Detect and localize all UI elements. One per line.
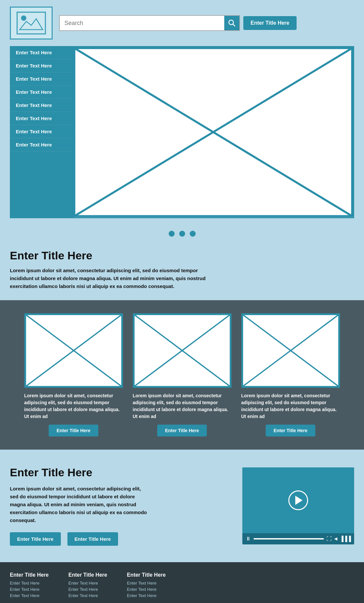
video-button-2[interactable]: Enter Title Here <box>67 532 118 546</box>
logo-icon <box>16 12 46 35</box>
nav-item-1[interactable]: Enter Text Here <box>10 46 72 59</box>
card-3-placeholder <box>242 314 339 387</box>
nav-hero-section: Enter Text Here Enter Text Here Enter Te… <box>0 46 364 225</box>
video-button-1[interactable]: Enter Title Here <box>10 532 61 546</box>
pause-icon[interactable]: ⏸ <box>246 536 251 542</box>
svg-point-2 <box>21 15 26 21</box>
search-input[interactable] <box>60 16 224 30</box>
card-2-button[interactable]: Enter Title Here <box>157 425 207 436</box>
card-1-placeholder <box>25 314 122 387</box>
card-2-image <box>133 313 231 388</box>
nav-item-6[interactable]: Enter Text Here <box>10 112 72 125</box>
footer-col-1-link-1[interactable]: Enter Text Here <box>10 581 49 586</box>
svg-rect-0 <box>17 12 45 34</box>
carousel-dots <box>0 225 364 243</box>
dot-3[interactable] <box>190 231 196 237</box>
video-player: ⏸ ⛶ ◄ ▐▐▐ <box>242 467 354 544</box>
section-intro-body: Lorem ipsum dolor sit amet, consectetur … <box>10 267 207 290</box>
card-2-placeholder <box>133 314 231 387</box>
card-2-text: Lorem ipsum dolor sit amet, consectetur … <box>133 392 231 420</box>
play-button[interactable] <box>288 490 308 510</box>
footer-col-2-link-3[interactable]: Enter Text Here <box>68 593 107 598</box>
card-1: Lorem ipsum dolor sit amet, consectetur … <box>24 313 123 436</box>
section-intro-title: Enter Title Here <box>10 249 354 262</box>
search-icon <box>228 19 235 27</box>
video-title: Enter Title Here <box>10 466 226 479</box>
fullscreen-icon[interactable]: ⛶ <box>327 536 332 542</box>
footer-col-3: Enter Title Here Enter Text Here Enter T… <box>127 572 166 599</box>
footer-col-3-link-3[interactable]: Enter Text Here <box>127 593 166 598</box>
dot-1[interactable] <box>169 231 175 237</box>
nav-menu: Enter Text Here Enter Text Here Enter Te… <box>10 46 72 218</box>
svg-line-4 <box>233 24 235 26</box>
card-1-text: Lorem ipsum dolor sit amet, consectetur … <box>24 392 123 420</box>
nav-item-2[interactable]: Enter Text Here <box>10 59 72 72</box>
logo <box>10 7 53 39</box>
card-3-image <box>241 313 340 388</box>
card-3-button[interactable]: Enter Title Here <box>266 425 315 436</box>
footer-col-2: Enter Title Here Enter Text Here Enter T… <box>68 572 107 599</box>
hero-placeholder-image <box>73 47 353 217</box>
video-controls: ⏸ ⛶ ◄ ▐▐▐ <box>242 533 354 544</box>
video-body: Lorem ipsum dolor sit amet, consectetur … <box>10 485 148 524</box>
card-3-text: Lorem ipsum dolor sit amet, consectetur … <box>241 392 340 420</box>
card-1-button[interactable]: Enter Title Here <box>49 425 98 436</box>
footer-col-1-link-3[interactable]: Enter Text Here <box>10 593 49 598</box>
volume-icon[interactable]: ◄ <box>333 536 338 542</box>
card-2: Lorem ipsum dolor sit amet, consectetur … <box>133 313 231 436</box>
nav-item-5[interactable]: Enter Text Here <box>10 99 72 112</box>
footer: Enter Title Here Enter Text Here Enter T… <box>0 562 364 603</box>
footer-col-3-link-2[interactable]: Enter Text Here <box>127 587 166 592</box>
footer-columns: Enter Title Here Enter Text Here Enter T… <box>10 572 354 599</box>
nav-item-8[interactable]: Enter Text Here <box>10 138 72 151</box>
nav-item-4[interactable]: Enter Text Here <box>10 86 72 99</box>
section-video: Enter Title Here Lorem ipsum dolor sit a… <box>0 450 364 562</box>
section-cards: Lorem ipsum dolor sit amet, consectetur … <box>0 300 364 450</box>
footer-col-3-link-1[interactable]: Enter Text Here <box>127 581 166 586</box>
search-button[interactable] <box>224 16 239 30</box>
footer-col-1: Enter Title Here Enter Text Here Enter T… <box>10 572 49 599</box>
footer-col-2-heading: Enter Title Here <box>68 572 107 578</box>
footer-col-2-link-1[interactable]: Enter Text Here <box>68 581 107 586</box>
video-text: Enter Title Here Lorem ipsum dolor sit a… <box>10 466 226 546</box>
footer-col-3-heading: Enter Title Here <box>127 572 166 578</box>
footer-col-1-link-2[interactable]: Enter Text Here <box>10 587 49 592</box>
header-cta-button[interactable]: Enter Title Here <box>243 16 297 30</box>
section-intro: Enter Title Here Lorem ipsum dolor sit a… <box>0 243 364 300</box>
search-wrapper <box>59 15 240 31</box>
footer-col-2-link-2[interactable]: Enter Text Here <box>68 587 107 592</box>
progress-bar[interactable] <box>254 538 324 539</box>
video-screen <box>242 467 354 533</box>
nav-item-3[interactable]: Enter Text Here <box>10 72 72 86</box>
card-3: Lorem ipsum dolor sit amet, consectetur … <box>241 313 340 436</box>
audio-bars-icon[interactable]: ▐▐▐ <box>340 536 351 542</box>
nav-item-7[interactable]: Enter Text Here <box>10 125 72 138</box>
hero-image <box>72 46 354 218</box>
footer-col-1-heading: Enter Title Here <box>10 572 49 578</box>
header: Enter Title Here <box>0 0 364 46</box>
play-icon <box>295 496 303 505</box>
video-controls-right: ⛶ ◄ ▐▐▐ <box>327 536 351 542</box>
video-buttons: Enter Title Here Enter Title Here <box>10 532 226 546</box>
dot-2[interactable] <box>179 231 185 237</box>
card-1-image <box>24 313 123 388</box>
search-area: Enter Title Here <box>59 15 354 31</box>
